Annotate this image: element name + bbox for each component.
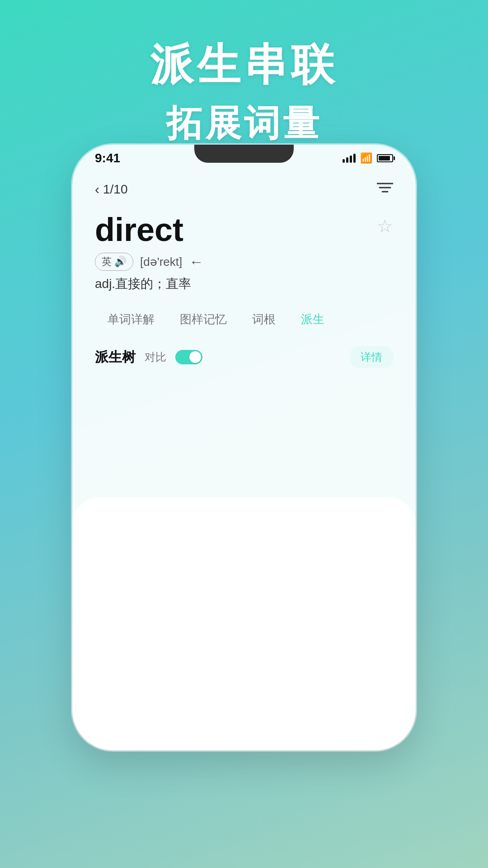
compare-toggle[interactable] [175,350,202,364]
tab-单词详解[interactable]: 单词详解 [95,306,167,333]
word-text: direct [95,211,183,248]
tree-label-row: 派生树 对比 [95,348,202,367]
tab-图样记忆[interactable]: 图样记忆 [167,306,239,333]
phone-content: ‹ 1/10 direct ☆ 英 🔊 [də'rekt] ← [72,172,416,386]
star-icon[interactable]: ☆ [377,216,393,236]
phonetic-text: [də'rekt] [140,255,182,269]
lang-tag[interactable]: 英 🔊 [95,253,133,271]
word-header: direct ☆ [95,211,393,248]
nav-row: ‹ 1/10 [95,181,393,198]
detail-button[interactable]: 详情 [350,346,393,368]
wifi-icon: 📶 [360,152,372,164]
tabs-row: 单词详解图样记忆词根派生 [95,306,393,333]
lang-label: 英 [102,255,112,269]
sound-icon: 🔊 [114,256,127,268]
phone-time: 9:41 [95,151,120,165]
tab-词根[interactable]: 词根 [239,306,288,333]
tree-label: 派生树 [95,348,136,367]
tree-lines-svg [95,524,393,750]
word-tree: direct director directorship directly di… [95,524,393,750]
header-section: 派生串联 拓展词量 [0,0,488,148]
battery-icon [377,154,393,162]
phone-mockup: 9:41 📶 ‹ 1/10 [72,145,416,750]
signal-icon [343,154,356,163]
back-chevron-icon: ‹ [95,182,99,197]
phonetic-row: 英 🔊 [də'rekt] ← [95,253,393,271]
phone-notch [194,145,294,163]
compare-text: 对比 [145,350,166,364]
header-line1: 派生串联 [0,36,488,95]
word-meaning: adj.直接的；直率 [95,275,393,292]
nav-back[interactable]: ‹ 1/10 [95,182,128,197]
page-indicator: 1/10 [103,182,128,197]
header-line2: 拓展词量 [0,99,488,148]
tree-header: 派生树 对比 详情 [95,346,393,368]
toggle-knob [189,351,201,363]
filter-icon[interactable] [377,181,393,198]
back-arrow-icon: ← [189,254,203,270]
status-icons: 📶 [343,152,393,164]
bottom-panel: direct director directorship directly di… [72,497,416,750]
tab-派生[interactable]: 派生 [288,306,337,333]
